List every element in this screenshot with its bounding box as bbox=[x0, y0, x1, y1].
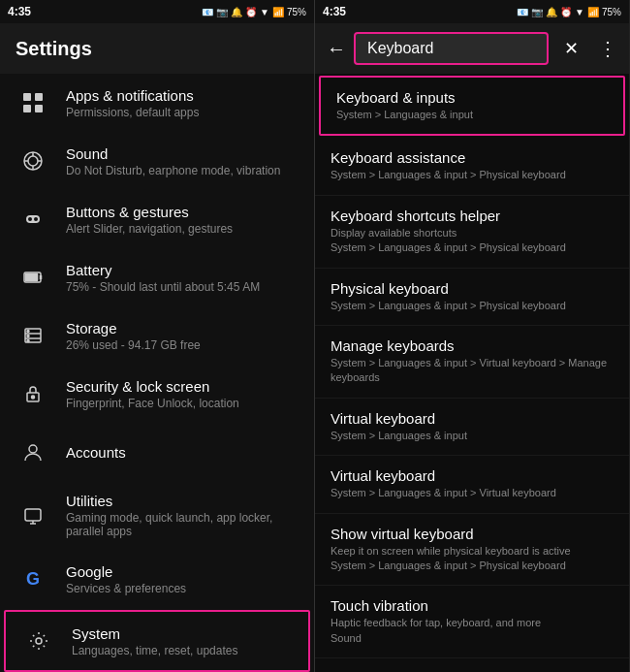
apps-icon bbox=[16, 85, 50, 120]
wifi-icon: ▼ bbox=[260, 7, 269, 17]
result-show-virtual-keyboard[interactable]: Show virtual keyboard Keep it on screen … bbox=[315, 514, 629, 587]
result-keyboard-assistance[interactable]: Keyboard assistance System > Languages &… bbox=[315, 138, 629, 195]
close-button[interactable]: ✕ bbox=[564, 38, 579, 59]
battery-icon: 75% bbox=[287, 7, 306, 17]
battery-status-icon bbox=[16, 260, 50, 295]
security-subtitle: Fingerprint, Face Unlock, location bbox=[66, 397, 299, 410]
svg-rect-7 bbox=[28, 217, 32, 221]
svg-point-16 bbox=[27, 340, 29, 342]
svg-rect-8 bbox=[34, 217, 38, 221]
sound-text: Sound Do Not Disturb, earphone mode, vib… bbox=[66, 145, 299, 177]
utilities-text: Utilities Gaming mode, quick launch, app… bbox=[66, 493, 299, 538]
settings-item-security[interactable]: Security & lock screen Fingerprint, Face… bbox=[0, 365, 314, 423]
result-keyboard-inputs-title: Keyboard & inputs bbox=[336, 89, 608, 106]
utilities-subtitle: Gaming mode, quick launch, app locker, p… bbox=[66, 511, 299, 538]
result-virtual-keyboard-1-title: Virtual keyboard bbox=[331, 410, 614, 427]
result-physical-keyboard-title: Physical keyboard bbox=[331, 280, 614, 297]
result-physical-keyboard[interactable]: Physical keyboard System > Languages & i… bbox=[315, 269, 629, 326]
settings-item-battery[interactable]: Battery 75% - Should last until about 5:… bbox=[0, 248, 314, 306]
utilities-title: Utilities bbox=[66, 493, 299, 509]
settings-item-storage[interactable]: Storage 26% used - 94.17 GB free bbox=[0, 306, 314, 365]
result-manage-keyboards-path: System > Languages & input > Virtual key… bbox=[331, 356, 614, 386]
result-virtual-keyboard-1[interactable]: Virtual keyboard System > Languages & in… bbox=[315, 399, 629, 456]
back-button[interactable]: ← bbox=[327, 38, 346, 60]
settings-item-sound[interactable]: Sound Do Not Disturb, earphone mode, vib… bbox=[0, 132, 314, 190]
camera-icon: 📷 bbox=[216, 7, 228, 17]
result-keyboard-assistance-path: System > Languages & input > Physical ke… bbox=[331, 168, 614, 182]
sound-icon bbox=[16, 144, 50, 178]
system-subtitle: Languages, time, reset, updates bbox=[72, 644, 293, 657]
battery-subtitle: 75% - Should last until about 5:45 AM bbox=[66, 280, 299, 294]
settings-item-utilities[interactable]: Utilities Gaming mode, quick launch, app… bbox=[0, 481, 314, 550]
google-title: Google bbox=[66, 563, 299, 580]
system-text: System Languages, time, reset, updates bbox=[72, 625, 293, 657]
result-keyboard-shortcuts-path: System > Languages & input > Physical ke… bbox=[331, 240, 614, 255]
svg-rect-2 bbox=[23, 105, 31, 112]
svg-rect-20 bbox=[25, 509, 41, 521]
svg-point-5 bbox=[28, 156, 38, 166]
right-status-bar: 4:35 📧 📷 🔔 ⏰ ▼ 📶 75% bbox=[315, 0, 629, 23]
result-physical-keyboard-path: System > Languages & input > Physical ke… bbox=[331, 299, 614, 313]
svg-point-21 bbox=[36, 638, 42, 644]
google-text: Google Services & preferences bbox=[66, 563, 299, 595]
search-box[interactable]: Keyboard bbox=[354, 32, 549, 65]
google-icon: G bbox=[16, 561, 50, 596]
buttons-text: Buttons & gestures Alert Slider, navigat… bbox=[66, 204, 299, 236]
result-manage-keyboards[interactable]: Manage keyboards System > Languages & in… bbox=[315, 326, 629, 399]
security-icon bbox=[16, 376, 50, 411]
svg-point-14 bbox=[27, 331, 29, 333]
result-show-virtual-keyboard-path: System > Languages & input > Physical ke… bbox=[331, 559, 614, 573]
result-virtual-keyboard-1-path: System > Languages & input bbox=[331, 429, 614, 443]
storage-title: Storage bbox=[66, 320, 299, 336]
svg-point-18 bbox=[32, 396, 35, 399]
result-manage-keyboards-title: Manage keyboards bbox=[331, 337, 614, 354]
alarm-icon: ⏰ bbox=[245, 7, 257, 17]
storage-icon bbox=[16, 318, 50, 353]
left-title: Settings bbox=[16, 38, 299, 60]
left-time: 4:35 bbox=[8, 5, 31, 18]
result-keyboard-assistance-title: Keyboard assistance bbox=[331, 149, 614, 166]
result-virtual-keyboard-2-title: Virtual keyboard bbox=[331, 467, 614, 484]
result-touch-vibration-path: Sound bbox=[331, 631, 614, 646]
result-keyboard-shortcuts-desc: Display available shortcuts bbox=[331, 226, 614, 240]
svg-point-15 bbox=[27, 336, 29, 337]
settings-item-google[interactable]: G Google Services & preferences bbox=[0, 550, 314, 608]
signal-icon: 📶 bbox=[272, 7, 284, 17]
accounts-title: Accounts bbox=[66, 444, 299, 461]
right-time: 4:35 bbox=[323, 5, 346, 18]
search-query: Keyboard bbox=[367, 40, 434, 57]
system-title: System bbox=[72, 625, 293, 642]
svg-rect-0 bbox=[23, 93, 31, 101]
right-alarm-icon: ⏰ bbox=[560, 7, 572, 17]
battery-title: Battery bbox=[66, 262, 299, 278]
result-virtual-keyboard-2[interactable]: Virtual keyboard System > Languages & in… bbox=[315, 456, 629, 513]
notification-icon: 📧 bbox=[202, 7, 213, 17]
result-keyboard-shortcuts[interactable]: Keyboard shortcuts helper Display availa… bbox=[315, 196, 629, 269]
more-options-button[interactable]: ⋮ bbox=[598, 37, 617, 60]
settings-item-accounts[interactable]: Accounts bbox=[0, 423, 314, 481]
result-keyboard-inputs[interactable]: Keyboard & inputs System > Languages & i… bbox=[319, 76, 625, 136]
settings-item-buttons[interactable]: Buttons & gestures Alert Slider, navigat… bbox=[0, 190, 314, 248]
right-battery-icon: 75% bbox=[602, 7, 621, 17]
security-text: Security & lock screen Fingerprint, Face… bbox=[66, 378, 299, 410]
alert-icon: 🔔 bbox=[231, 7, 242, 17]
settings-list: Apps & notifications Permissions, defaul… bbox=[0, 74, 314, 672]
storage-subtitle: 26% used - 94.17 GB free bbox=[66, 338, 299, 352]
settings-item-apps[interactable]: Apps & notifications Permissions, defaul… bbox=[0, 74, 314, 132]
right-alert-icon: 🔔 bbox=[546, 7, 557, 17]
sound-subtitle: Do Not Disturb, earphone mode, vibration bbox=[66, 164, 299, 177]
result-touch-vibration[interactable]: Touch vibration Haptic feedback for tap,… bbox=[315, 586, 629, 658]
buttons-subtitle: Alert Slider, navigation, gestures bbox=[66, 222, 299, 236]
result-show-virtual-keyboard-desc: Keep it on screen while physical keyboar… bbox=[331, 544, 614, 559]
result-touch-vibration-desc: Haptic feedback for tap, keyboard, and m… bbox=[331, 616, 614, 630]
sound-title: Sound bbox=[66, 145, 299, 162]
system-icon bbox=[21, 624, 56, 658]
settings-item-system[interactable]: System Languages, time, reset, updates bbox=[4, 610, 310, 672]
svg-rect-3 bbox=[35, 105, 43, 112]
result-virtual-keyboard-2-path: System > Languages & input > Virtual key… bbox=[331, 486, 614, 500]
right-camera-icon: 📷 bbox=[531, 7, 543, 17]
left-status-bar: 4:35 📧 📷 🔔 ⏰ ▼ 📶 75% bbox=[0, 0, 314, 23]
right-status-icons: 📧 📷 🔔 ⏰ ▼ 📶 75% bbox=[517, 7, 621, 17]
right-panel: 4:35 📧 📷 🔔 ⏰ ▼ 📶 75% ← Keyboard ✕ ⋮ Keyb… bbox=[315, 0, 630, 672]
result-show-virtual-keyboard-title: Show virtual keyboard bbox=[331, 526, 614, 542]
